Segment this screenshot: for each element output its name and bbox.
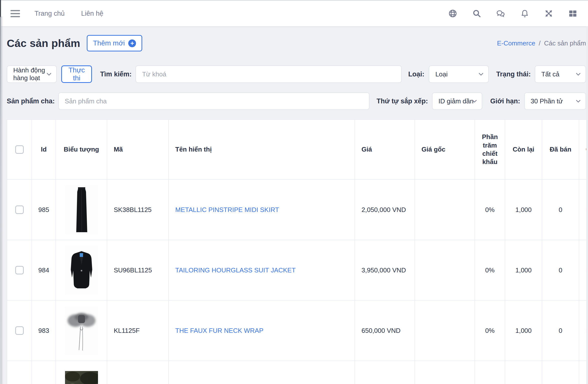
discount-percent: 0% (475, 240, 505, 300)
nav-link-home[interactable]: Trang chủ (34, 10, 65, 17)
col-header-icon: Biểu tượng (56, 120, 107, 180)
col-header-code: Mã (107, 120, 168, 180)
chevron-down-icon (46, 72, 52, 76)
product-id: 983 (32, 300, 56, 361)
breadcrumb-parent-link[interactable]: E-Commerce (497, 39, 535, 47)
search-input[interactable] (136, 65, 402, 83)
table-row (7, 361, 588, 384)
product-price: 3,950,000 VND (355, 240, 415, 300)
breadcrumb: E-Commerce / Các sản phẩm (497, 39, 586, 47)
product-name-link[interactable]: METALLIC PINSTRIPE MIDI SKIRT (175, 206, 279, 213)
product-price: 2,050,000 VND (355, 180, 415, 240)
product-name-link[interactable]: THE FAUX FUR NECK WRAP (175, 327, 263, 334)
product-image (65, 185, 98, 234)
sort-value: ID giảm dần (438, 97, 474, 105)
execute-button[interactable]: Thực thi (61, 65, 92, 83)
parent-product-label: Sản phẩm cha: (7, 97, 55, 105)
search-label: Tìm kiếm: (100, 70, 132, 78)
filter-row-1: Hành động hàng loạt Thực thi Tìm kiếm: L… (7, 65, 586, 83)
product-id: 985 (32, 180, 56, 240)
menu-toggle-icon[interactable] (10, 10, 20, 17)
product-image (65, 306, 98, 355)
col-header-original-price: Giá gốc (415, 120, 475, 180)
col-header-name: Tên hiển thị (168, 120, 355, 180)
product-code (107, 361, 168, 384)
select-all-checkbox[interactable] (15, 145, 24, 154)
remaining-qty: 1,000 (505, 300, 542, 361)
remaining-qty: 1,000 (505, 180, 542, 240)
bulk-action-value: Hành động hàng loạt (13, 66, 50, 82)
col-header-id: Id (32, 120, 56, 180)
navbar-icons (448, 9, 582, 18)
product-original-price (415, 240, 475, 300)
status-label: Trạng thái: (496, 70, 531, 78)
remaining-qty (505, 361, 542, 384)
col-header-remaining: Còn lại (505, 120, 542, 180)
limit-label: Giới hạn: (490, 97, 520, 105)
row-checkbox[interactable] (15, 326, 24, 335)
sold-qty: 0 (542, 300, 579, 361)
bulk-action-select[interactable]: Hành động hàng loạt (7, 65, 57, 83)
limit-value: 30 Phần tử (531, 97, 563, 105)
row-checkbox[interactable] (15, 266, 24, 274)
product-name-link[interactable]: TAILORING HOURGLASS SUIT JACKET (175, 266, 296, 274)
product-id (32, 361, 56, 384)
discount-percent: 0% (475, 180, 505, 240)
col-header-discount: Phần trăm chiết khấu (475, 120, 505, 180)
table-row: 984 SU96BL1125TAILORING HOURGLASS SUIT J… (7, 240, 588, 300)
product-original-price (415, 300, 475, 361)
product-price (355, 361, 415, 384)
sort-select[interactable]: ID giảm dần (432, 92, 482, 110)
product-original-price (415, 180, 475, 240)
remaining-qty: 1,000 (505, 240, 542, 300)
product-image (65, 246, 98, 295)
nav-link-contact[interactable]: Liên hệ (81, 10, 104, 17)
left-edge-shadow (1, 16, 3, 384)
breadcrumb-current: Các sản phẩm (544, 39, 586, 47)
products-table: Id Biểu tượng Mã Tên hiển thị Giá Giá gố… (7, 119, 588, 384)
vertical-scrollbar[interactable] (586, 26, 588, 384)
page-header: Các sản phẩm Thêm mới + E-Commerce / Các… (7, 34, 586, 52)
product-original-price (415, 361, 475, 384)
discount-percent: 0% (475, 300, 505, 361)
parent-product-input[interactable] (58, 92, 370, 110)
product-price: 650,000 VND (355, 300, 415, 361)
col-header-sold: Đã bán (542, 120, 579, 180)
product-code: SU96BL1125 (107, 240, 168, 300)
chevron-down-icon (576, 72, 581, 76)
product-code: KL1125F (107, 300, 168, 361)
page-title: Các sản phẩm (7, 37, 80, 49)
type-select[interactable]: Loại (429, 65, 489, 83)
limit-select[interactable]: 30 Phần tử (524, 92, 586, 110)
product-image (65, 367, 98, 384)
add-new-button[interactable]: Thêm mới + (87, 35, 142, 51)
col-header-price: Giá (355, 120, 415, 180)
apps-grid-icon[interactable] (568, 9, 578, 18)
table-header-row: Id Biểu tượng Mã Tên hiển thị Giá Giá gố… (7, 120, 588, 180)
row-checkbox[interactable] (15, 205, 24, 214)
type-label: Loại: (408, 70, 424, 78)
sold-qty: 0 (542, 240, 579, 300)
page-content: Các sản phẩm Thêm mới + E-Commerce / Các… (0, 34, 588, 384)
product-id: 984 (32, 240, 56, 300)
top-navbar: Trang chủ Liên hệ (0, 1, 588, 26)
globe-icon[interactable] (448, 9, 458, 18)
collapsed-sidebar-edge (0, 0, 1, 384)
nav-links: Trang chủ Liên hệ (34, 10, 103, 17)
table-row: 983 KL1125FTHE FAUX FUR NECK WRAP650,000… (7, 300, 588, 361)
status-select[interactable]: Tất cả (535, 65, 586, 83)
add-new-label: Thêm mới (93, 39, 125, 47)
table-row: 985 SK38BL1125METALLIC PINSTRIPE MIDI SK… (7, 180, 588, 240)
type-value: Loại (435, 70, 448, 78)
chevron-down-icon (576, 99, 581, 103)
sold-qty: 0 (542, 180, 579, 240)
search-icon[interactable] (472, 9, 482, 18)
sort-label: Thứ tự sắp xếp: (376, 97, 428, 105)
discount-percent (475, 361, 505, 384)
chat-icon[interactable] (496, 9, 506, 18)
filter-row-2: Sản phẩm cha: Thứ tự sắp xếp: ID giảm dầ… (7, 92, 586, 110)
bell-icon[interactable] (520, 9, 530, 18)
products-table-card: Id Biểu tượng Mã Tên hiển thị Giá Giá gố… (7, 119, 588, 384)
chevron-down-icon (478, 72, 484, 76)
fullscreen-icon[interactable] (544, 9, 554, 18)
